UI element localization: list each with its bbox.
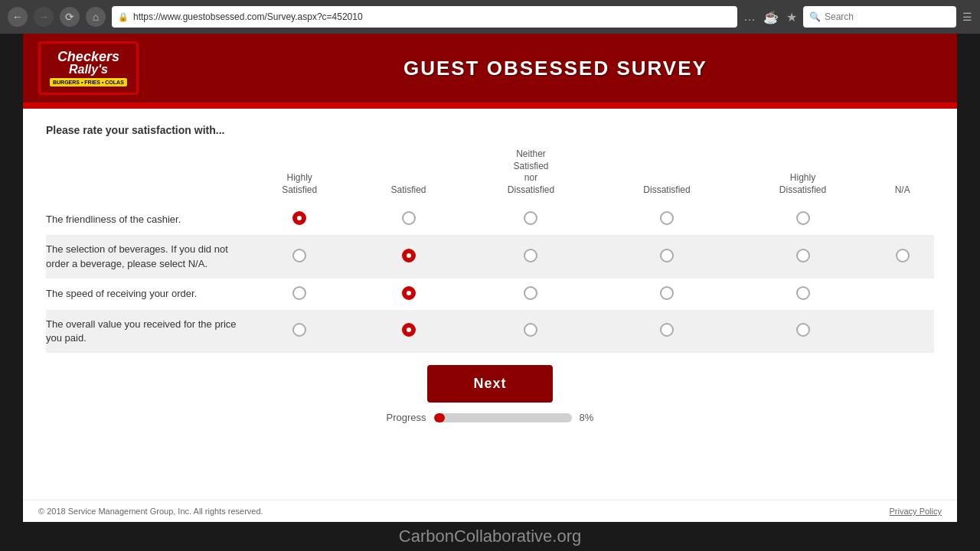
- radio-speed-na[interactable]: [871, 279, 934, 310]
- radio-beverages-satisfied[interactable]: [354, 235, 462, 278]
- radio-cashier-satisfied[interactable]: [354, 204, 462, 235]
- col-neither: NeitherSatisfiednorDissatisfied: [463, 148, 599, 204]
- radio-speed-satisfied[interactable]: [354, 279, 462, 310]
- rate-question: Please rate your satisfaction with...: [46, 124, 934, 136]
- back-button[interactable]: ←: [8, 7, 28, 27]
- question-beverages: The selection of beverages. If you did n…: [46, 235, 245, 278]
- survey-footer: © 2018 Service Management Group, Inc. Al…: [23, 500, 957, 522]
- radio-btn[interactable]: [660, 286, 674, 300]
- radio-cashier-neither[interactable]: [463, 204, 599, 235]
- radio-value-highly-dissatisfied[interactable]: [735, 310, 871, 353]
- radio-btn[interactable]: [292, 323, 306, 337]
- radio-value-highly-satisfied[interactable]: [245, 310, 354, 353]
- radio-cashier-highly-dissatisfied[interactable]: [735, 204, 871, 235]
- radio-btn[interactable]: [402, 286, 416, 300]
- logo-rallys: Rally's: [50, 64, 127, 76]
- watermark: CarbonCollaborative.org: [0, 522, 980, 551]
- col-highly-dissatisfied: HighlyDissatisfied: [735, 148, 871, 204]
- progress-bar-outer: [434, 413, 572, 422]
- bookmark-icon[interactable]: ★: [786, 10, 797, 24]
- question-speed: The speed of receiving your order.: [46, 279, 245, 310]
- next-button[interactable]: Next: [427, 365, 552, 403]
- survey-header: Checkers Rally's BURGERS • FRIES • COLAS…: [23, 34, 957, 103]
- next-btn-area: Next: [46, 365, 934, 403]
- table-row: The friendliness of the cashier.: [46, 204, 934, 235]
- radio-btn[interactable]: [524, 286, 537, 300]
- survey-title: GUEST OBSESSED SURVEY: [403, 57, 707, 80]
- radio-speed-highly-dissatisfied[interactable]: [735, 279, 871, 310]
- logo-checkers: Checkers: [50, 50, 127, 64]
- pocket-icon[interactable]: ☕: [763, 10, 779, 24]
- logo-tag: BURGERS • FRIES • COLAS: [50, 78, 127, 86]
- more-button[interactable]: …: [743, 10, 756, 24]
- radio-btn[interactable]: [796, 249, 810, 262]
- red-banner: [23, 103, 957, 109]
- home-button[interactable]: ⌂: [86, 7, 106, 27]
- survey-title-area: GUEST OBSESSED SURVEY: [154, 34, 957, 103]
- radio-btn[interactable]: [402, 323, 416, 337]
- radio-btn[interactable]: [402, 249, 416, 262]
- table-header-row: HighlySatisfied Satisfied NeitherSatisfi…: [46, 148, 934, 204]
- refresh-button[interactable]: ⟳: [60, 7, 80, 27]
- url-text: https://www.guestobsessed.com/Survey.asp…: [133, 11, 363, 22]
- radio-btn[interactable]: [292, 211, 306, 225]
- footer-privacy-link[interactable]: Privacy Policy: [890, 507, 942, 516]
- watermark-text: CarbonCollaborative.org: [399, 527, 581, 546]
- progress-label: Progress: [387, 412, 426, 423]
- radio-btn[interactable]: [660, 323, 674, 337]
- radio-speed-neither[interactable]: [463, 279, 599, 310]
- radio-cashier-na[interactable]: [871, 204, 934, 235]
- radio-beverages-na[interactable]: [871, 235, 934, 278]
- radio-beverages-neither[interactable]: [463, 235, 599, 278]
- survey-body: Please rate your satisfaction with... Hi…: [23, 109, 957, 500]
- browser-actions: … ☕ ★: [743, 10, 797, 24]
- browser-content: Checkers Rally's BURGERS • FRIES • COLAS…: [23, 34, 957, 522]
- table-row: The speed of receiving your order.: [46, 279, 934, 310]
- logo-box: Checkers Rally's BURGERS • FRIES • COLAS: [23, 34, 154, 103]
- radio-beverages-dissatisfied[interactable]: [599, 235, 735, 278]
- radio-btn[interactable]: [292, 249, 306, 262]
- radio-btn[interactable]: [524, 211, 537, 225]
- radio-value-na[interactable]: [871, 310, 934, 353]
- progress-bar-inner: [434, 413, 445, 422]
- browser-toolbar: ← → ⟳ ⌂ 🔒 https://www.guestobsessed.com/…: [0, 0, 980, 34]
- radio-value-satisfied[interactable]: [354, 310, 462, 353]
- radio-cashier-dissatisfied[interactable]: [599, 204, 735, 235]
- progress-area: Progress 8%: [46, 412, 934, 423]
- search-bar[interactable]: 🔍: [803, 6, 956, 28]
- table-row: The overall value you received for the p…: [46, 310, 934, 353]
- radio-btn[interactable]: [524, 323, 537, 337]
- search-input[interactable]: [825, 11, 950, 22]
- radio-btn[interactable]: [896, 249, 910, 262]
- forward-button[interactable]: →: [34, 7, 54, 27]
- radio-btn[interactable]: [524, 249, 537, 262]
- radio-btn[interactable]: [292, 286, 306, 300]
- radio-value-dissatisfied[interactable]: [599, 310, 735, 353]
- question-cashier: The friendliness of the cashier.: [46, 204, 245, 235]
- radio-cashier-highly-satisfied[interactable]: [245, 204, 354, 235]
- col-dissatisfied: Dissatisfied: [599, 148, 735, 204]
- radio-btn[interactable]: [796, 286, 810, 300]
- rating-table: HighlySatisfied Satisfied NeitherSatisfi…: [46, 148, 934, 353]
- radio-btn[interactable]: [660, 249, 674, 262]
- radio-value-neither[interactable]: [463, 310, 599, 353]
- address-bar[interactable]: 🔒 https://www.guestobsessed.com/Survey.a…: [112, 6, 737, 28]
- progress-percent: 8%: [580, 412, 594, 423]
- question-value: The overall value you received for the p…: [46, 310, 245, 353]
- col-highly-satisfied: HighlySatisfied: [245, 148, 354, 204]
- footer-copyright: © 2018 Service Management Group, Inc. Al…: [38, 507, 263, 516]
- search-icon: 🔍: [809, 11, 821, 22]
- col-satisfied: Satisfied: [354, 148, 462, 204]
- radio-speed-dissatisfied[interactable]: [599, 279, 735, 310]
- radio-btn[interactable]: [796, 211, 810, 225]
- radio-beverages-highly-satisfied[interactable]: [245, 235, 354, 278]
- logo-inner: Checkers Rally's BURGERS • FRIES • COLAS: [38, 41, 139, 95]
- radio-beverages-highly-dissatisfied[interactable]: [735, 235, 871, 278]
- radio-btn[interactable]: [402, 211, 416, 225]
- question-col-header: [46, 148, 245, 204]
- radio-speed-highly-satisfied[interactable]: [245, 279, 354, 310]
- radio-btn[interactable]: [660, 211, 674, 225]
- table-row: The selection of beverages. If you did n…: [46, 235, 934, 278]
- reader-mode-icon[interactable]: ☰: [962, 11, 972, 23]
- radio-btn[interactable]: [796, 323, 810, 337]
